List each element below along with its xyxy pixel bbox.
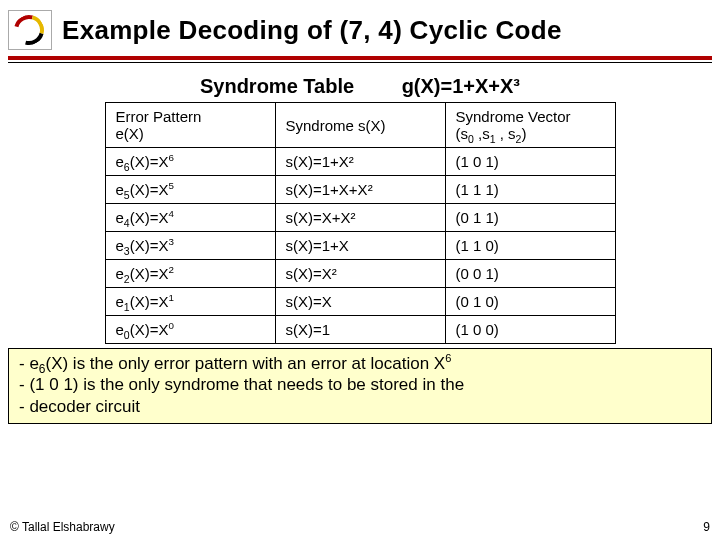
cell-syndrome: s(X)=1+X+X²: [275, 176, 445, 204]
divider-thin: [8, 62, 712, 63]
logo-icon: [8, 10, 52, 50]
syndrome-table: Error Patterne(X) Syndrome s(X) Syndrome…: [105, 102, 616, 344]
cell-vector: (1 1 0): [445, 232, 615, 260]
cell-syndrome: s(X)=X²: [275, 260, 445, 288]
slide-header: Example Decoding of (7, 4) Cyclic Code: [0, 0, 720, 56]
cell-syndrome: s(X)=X+X²: [275, 204, 445, 232]
note-line-1: - e6(X) is the only error pattern with a…: [19, 353, 701, 374]
cell-error-pattern: e4(X)=X4: [105, 204, 275, 232]
slide-footer: © Tallal Elshabrawy 9: [10, 520, 710, 534]
note-box: - e6(X) is the only error pattern with a…: [8, 348, 712, 424]
cell-syndrome: s(X)=1+X²: [275, 148, 445, 176]
cell-vector: (1 1 1): [445, 176, 615, 204]
cell-syndrome: s(X)=X: [275, 288, 445, 316]
table-row: e0(X)=X0 s(X)=1 (1 0 0): [105, 316, 615, 344]
cell-vector: (1 0 1): [445, 148, 615, 176]
table-row: e3(X)=X3 s(X)=1+X (1 1 0): [105, 232, 615, 260]
copyright-text: © Tallal Elshabrawy: [10, 520, 115, 534]
table-row: e4(X)=X4 s(X)=X+X² (0 1 1): [105, 204, 615, 232]
col-header-error-pattern: Error Patterne(X): [105, 103, 275, 148]
cell-vector: (0 1 1): [445, 204, 615, 232]
table-heading: Syndrome Table g(X)=1+X+X³: [0, 75, 720, 98]
cell-error-pattern: e6(X)=X6: [105, 148, 275, 176]
cell-syndrome: s(X)=1+X: [275, 232, 445, 260]
cell-error-pattern: e2(X)=X2: [105, 260, 275, 288]
table-row: e2(X)=X2 s(X)=X² (0 0 1): [105, 260, 615, 288]
cell-error-pattern: e1(X)=X1: [105, 288, 275, 316]
table-heading-label: Syndrome Table: [200, 75, 354, 97]
note-line-3: - decoder circuit: [19, 396, 701, 417]
divider-red: [8, 56, 712, 60]
table-row: e5(X)=X5 s(X)=1+X+X² (1 1 1): [105, 176, 615, 204]
cell-error-pattern: e0(X)=X0: [105, 316, 275, 344]
cell-syndrome: s(X)=1: [275, 316, 445, 344]
note-line-2: - (1 0 1) is the only syndrome that need…: [19, 374, 701, 395]
slide-title: Example Decoding of (7, 4) Cyclic Code: [62, 15, 562, 46]
cell-vector: (0 1 0): [445, 288, 615, 316]
col-header-syndrome-vector: Syndrome Vector (s0 ,s1 , s2): [445, 103, 615, 148]
cell-error-pattern: e5(X)=X5: [105, 176, 275, 204]
page-number: 9: [703, 520, 710, 534]
cell-error-pattern: e3(X)=X3: [105, 232, 275, 260]
cell-vector: (0 0 1): [445, 260, 615, 288]
table-row: e1(X)=X1 s(X)=X (0 1 0): [105, 288, 615, 316]
table-header-row: Error Patterne(X) Syndrome s(X) Syndrome…: [105, 103, 615, 148]
col-header-syndrome-sx: Syndrome s(X): [275, 103, 445, 148]
cell-vector: (1 0 0): [445, 316, 615, 344]
generator-poly: g(X)=1+X+X³: [402, 75, 520, 98]
table-row: e6(X)=X6 s(X)=1+X² (1 0 1): [105, 148, 615, 176]
